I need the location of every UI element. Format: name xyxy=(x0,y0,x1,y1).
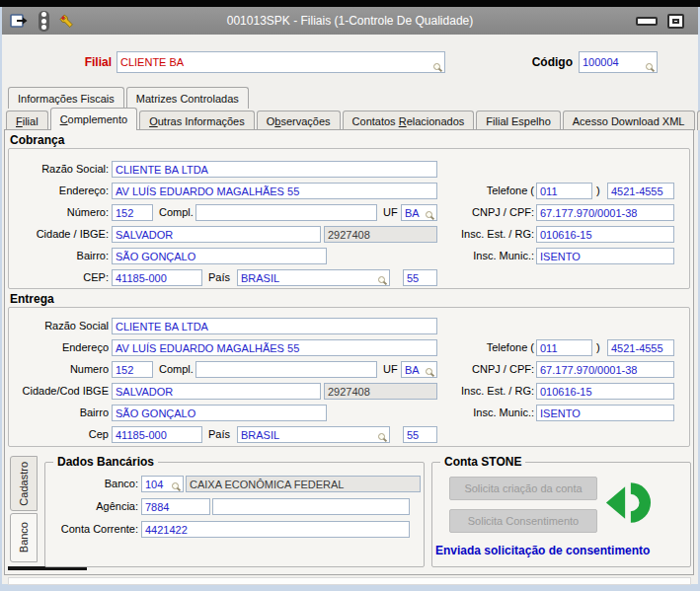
entrega-pais-label: País xyxy=(208,426,230,443)
entrega-bairro-input[interactable] xyxy=(112,405,327,421)
app-window: 001013SPK - Filiais (1-Controle De Quali… xyxy=(0,0,700,591)
agencia-extra-input[interactable] xyxy=(212,498,410,515)
entrega-pais-cod-input[interactable] xyxy=(403,426,437,443)
tab-filial[interactable]: Filial xyxy=(6,111,48,130)
cobranca-endereco-wrap xyxy=(112,183,437,199)
entrega-cidade-input[interactable] xyxy=(112,383,321,400)
agencia-input[interactable] xyxy=(141,498,210,515)
cobranca-razao-label: Razão Social: xyxy=(6,161,109,178)
cobranca-telefone-label: Telefone ( xyxy=(397,183,534,199)
solicita-criacao-button[interactable]: Solicita criação da conta xyxy=(449,477,597,500)
conta-corrente-input[interactable] xyxy=(141,521,410,538)
entrega-pais-lookup-icon[interactable] xyxy=(378,433,388,443)
cobranca-insc-mun-input[interactable] xyxy=(536,248,674,264)
cobranca-telefone-close-paren: ) xyxy=(596,183,600,199)
banco-nome-wrap xyxy=(186,476,421,492)
entrega-endereco-input[interactable] xyxy=(112,339,437,356)
conta-corrente-wrap xyxy=(141,521,410,538)
entrega-cidade-wrap xyxy=(112,383,321,400)
cobranca-pais-cod-input[interactable] xyxy=(403,269,437,286)
entrega-compl-label: Compl. xyxy=(159,361,194,378)
entrega-cnpj-input[interactable] xyxy=(536,361,674,378)
tab-complemento[interactable]: Complemento xyxy=(50,108,138,130)
cobranca-pais-wrap xyxy=(237,269,390,286)
entrega-cep-label: Cep xyxy=(6,426,109,443)
cobranca-ddd-input[interactable] xyxy=(536,183,592,199)
cobranca-telefone-input[interactable] xyxy=(607,183,674,199)
entrega-pais-input[interactable] xyxy=(237,426,390,443)
cobranca-pais-lookup-icon[interactable] xyxy=(378,276,388,286)
cobranca-numero-input[interactable] xyxy=(112,204,153,221)
cobranca-cnpj-input[interactable] xyxy=(536,204,674,221)
stone-status-text: Enviada solicitação de consentimento xyxy=(435,544,650,557)
tab-contatos-relacionados[interactable]: Contatos Relacionados xyxy=(343,111,475,130)
entrega-razao-input[interactable] xyxy=(112,318,437,334)
entrega-uf-label: UF xyxy=(383,361,398,378)
cobranca-razao-input[interactable] xyxy=(112,161,437,178)
banco-cod-wrap xyxy=(141,476,184,492)
cobranca-compl-input[interactable] xyxy=(195,204,377,221)
cobranca-insc-est-input[interactable] xyxy=(536,226,674,243)
cobranca-bairro-input[interactable] xyxy=(112,248,327,264)
cobranca-insc-mun-label: Insc. Munic.: xyxy=(397,248,534,264)
cobranca-bairro-wrap xyxy=(112,248,327,264)
cobranca-cep-input[interactable] xyxy=(112,269,202,286)
entrega-compl-input[interactable] xyxy=(195,361,377,378)
entrega-numero-input[interactable] xyxy=(112,361,153,378)
entrega-insc-est-wrap xyxy=(536,383,674,400)
cobranca-insc-est-wrap xyxy=(536,226,674,243)
cobranca-pais-input[interactable] xyxy=(237,269,390,286)
conta-stone-title: Conta STONE xyxy=(440,455,525,469)
tab-observacoes[interactable]: Observações xyxy=(257,111,341,130)
entrega-razao-wrap xyxy=(112,318,437,334)
filial-label: Filial xyxy=(10,51,112,73)
entrega-insc-est-input[interactable] xyxy=(536,383,674,400)
entrega-numero-label: Numero xyxy=(6,361,109,378)
entrega-endereco-label: Endereço xyxy=(6,339,109,356)
window-title: 001013SPK - Filiais (1-Controle De Quali… xyxy=(2,14,698,28)
cobranca-endereco-input[interactable] xyxy=(112,183,437,199)
agencia-wrap xyxy=(141,498,210,515)
entrega-ddd-input[interactable] xyxy=(536,339,592,356)
tab-matrizes-controladas[interactable]: Matrizes Controladas xyxy=(126,87,249,109)
cobranca-compl-wrap xyxy=(195,204,377,221)
sidetab-banco[interactable]: Banco xyxy=(10,513,38,562)
entrega-cidade-label: Cidade/Cod IBGE xyxy=(6,383,109,400)
filial-input[interactable] xyxy=(117,51,445,73)
entrega-cnpj-label: CNPJ / CPF: xyxy=(397,361,534,378)
tab-outras-informacoes[interactable]: Outras Informações xyxy=(139,111,255,130)
restore-button[interactable] xyxy=(667,14,684,29)
entrega-cep-input[interactable] xyxy=(112,426,202,443)
cobranca-razao-wrap xyxy=(112,161,437,178)
cobranca-uf-label: UF xyxy=(383,204,398,221)
entrega-insc-mun-input[interactable] xyxy=(536,405,674,421)
codigo-lookup-icon[interactable] xyxy=(646,63,656,73)
cobranca-telefone-wrap xyxy=(607,183,674,199)
cobranca-cidade-input[interactable] xyxy=(112,226,321,243)
tab-informacoes-fiscais[interactable]: Informações Fiscais xyxy=(8,87,124,109)
entrega-pais-cod-wrap xyxy=(403,426,437,443)
entrega-numero-wrap xyxy=(112,361,153,378)
bottom-status-strip xyxy=(8,577,691,585)
entrega-cnpj-wrap xyxy=(536,361,674,378)
entrega-compl-wrap xyxy=(195,361,377,378)
entrega-telefone-input[interactable] xyxy=(607,339,674,356)
cobranca-numero-label: Número: xyxy=(6,204,109,221)
entrega-telefone-wrap xyxy=(607,339,674,356)
tab-acesso-download-xml[interactable]: Acesso Download XML xyxy=(563,111,695,130)
tab-log[interactable]: Log xyxy=(697,111,700,130)
cobranca-insc-est-label: Insc. Est. / RG: xyxy=(397,226,534,243)
filial-lookup-icon[interactable] xyxy=(433,63,443,73)
cobranca-bairro-label: Bairro: xyxy=(6,248,109,264)
tab-filial-espelho[interactable]: Filial Espelho xyxy=(476,111,560,130)
agencia-extra-wrap xyxy=(212,498,410,515)
entrega-insc-est-label: Insc. Est. / RG: xyxy=(397,383,534,400)
entrega-telefone-close-paren: ) xyxy=(596,339,600,356)
minimize-button[interactable] xyxy=(636,17,658,26)
banco-lookup-icon[interactable] xyxy=(172,482,182,492)
dados-bancarios-title: Dados Bancários xyxy=(53,455,158,469)
solicita-consentimento-button[interactable]: Solicita Consentimento xyxy=(449,509,597,533)
cobranca-cnpj-wrap xyxy=(536,204,674,221)
entrega-razao-label: Razão Social xyxy=(6,318,109,334)
sidetab-cadastro[interactable]: Cadastro xyxy=(10,456,38,511)
